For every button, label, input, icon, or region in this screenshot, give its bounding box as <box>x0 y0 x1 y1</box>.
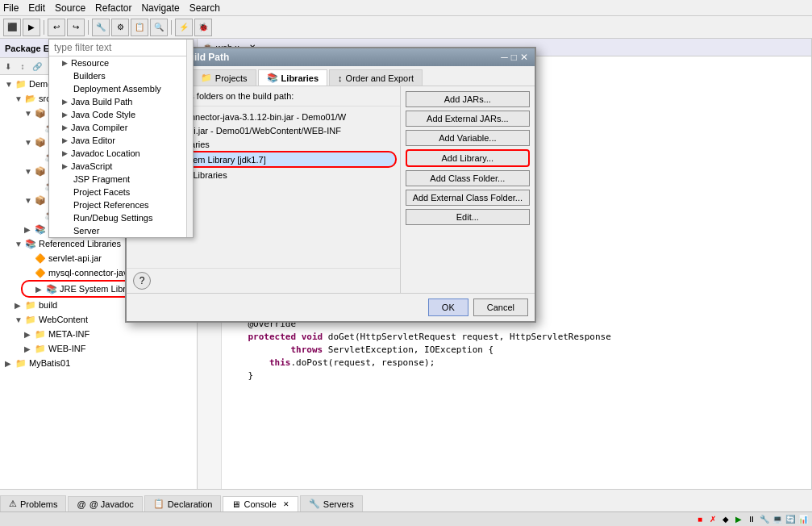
tree-arrow: ▼ <box>15 94 23 103</box>
dropdown-label: JavaScript <box>71 161 112 171</box>
action-btn-addlibrary...[interactable]: Add Library... <box>406 149 530 167</box>
dropdown-item-java-compiler[interactable]: ▶Java Compiler <box>49 121 193 134</box>
action-btn-addjars...[interactable]: Add JARs... <box>406 91 530 107</box>
dialog-tab-order-and-export[interactable]: ↕Order and Export <box>329 69 423 86</box>
toolbar-btn-5[interactable]: 🔧 <box>92 19 110 36</box>
status-stop-icon[interactable]: ✗ <box>707 514 718 525</box>
dropdown-item-jsp-fragment[interactable]: JSP Fragment <box>49 173 193 186</box>
status-debug-icon[interactable]: ◆ <box>720 514 731 525</box>
toolbar-btn-10[interactable]: 🐞 <box>194 19 212 36</box>
dropdown-item-project-references[interactable]: Project References <box>49 198 193 211</box>
toolbar-btn-1[interactable]: ⬛ <box>3 19 21 36</box>
bottom-tab-problems[interactable]: ⚠Problems <box>0 495 66 511</box>
help-button[interactable]: ? <box>133 272 151 290</box>
status-run-icon[interactable]: ▶ <box>733 514 744 525</box>
tab-label: Projects <box>215 73 248 83</box>
dialog-cancel-button[interactable]: Cancel <box>473 298 528 316</box>
bottom-tab-servers[interactable]: 🔧Servers <box>300 495 363 511</box>
explorer-icon-2[interactable]: ↕ <box>16 60 29 73</box>
bottom-tab-label: @ Javadoc <box>90 499 134 509</box>
dropdown-label: Java Compiler <box>71 123 127 132</box>
action-btn-addclassfolder...[interactable]: Add Class Folder... <box>406 170 530 186</box>
tree-arrow: ▶ <box>24 344 32 353</box>
dropdown-item-javascript[interactable]: ▶JavaScript <box>49 160 193 173</box>
toolbar-separator-2 <box>88 20 89 35</box>
dialog-minimize-btn[interactable]: ─ <box>501 52 508 63</box>
status-chart-icon[interactable]: 📊 <box>797 514 809 525</box>
dropdown-item-project-facets[interactable]: Project Facets <box>49 186 193 198</box>
status-suspend-icon[interactable]: ⏸ <box>746 514 757 525</box>
dropdown-item-resource[interactable]: ▶Resource <box>49 56 193 69</box>
tree-arrow: ▶ <box>15 301 23 310</box>
dropdown-label: Javadoc Location <box>71 148 140 158</box>
tree-icon: 📁 <box>34 328 47 340</box>
bottom-tab-console[interactable]: 🖥Console✕ <box>223 496 298 511</box>
tree-item-META-INF[interactable]: ▶ 📁 META-INF <box>2 327 195 341</box>
dropdown-menu: ▶ResourceBuildersDeployment Assembly▶Jav… <box>48 39 194 238</box>
menu-refactor[interactable]: Refactor <box>95 2 131 14</box>
dialog-action-buttons: Add JARs...Add External JARs...Add Varia… <box>400 86 535 293</box>
status-refresh-icon[interactable]: 🔄 <box>785 514 796 525</box>
action-btn-addvariable...[interactable]: Add Variable... <box>406 130 530 146</box>
action-btn-addexternalclassfolder...[interactable]: Add External Class Folder... <box>406 190 530 206</box>
action-btn-addexternaljars...[interactable]: Add External JARs... <box>406 111 530 127</box>
menu-navigate[interactable]: Navigate <box>141 2 179 14</box>
menu-source[interactable]: Source <box>55 2 85 14</box>
dialog-close-btn[interactable]: ✕ <box>520 52 528 63</box>
bottom-tab--javadoc[interactable]: @@ Javadoc <box>68 496 142 511</box>
bottom-tab-icon: @ <box>77 499 85 509</box>
tree-icon: 📦 <box>34 194 47 207</box>
toolbar-btn-6[interactable]: ⚙ <box>111 19 129 36</box>
tree-icon: 📁 <box>15 77 27 90</box>
action-btn-edit...[interactable]: Edit... <box>406 209 530 225</box>
dropdown-label: Java Editor <box>71 136 115 145</box>
dropdown-item-java-editor[interactable]: ▶Java Editor <box>49 134 193 147</box>
tree-label: servlet-api.jar <box>48 253 102 263</box>
dropdown-item-server[interactable]: Server <box>49 224 193 237</box>
dropdown-item-java-code-style[interactable]: ▶Java Code Style <box>49 108 193 121</box>
tree-arrow: ▼ <box>5 80 13 89</box>
bottom-tab-label: Console <box>244 499 276 509</box>
bottom-tab-label: Servers <box>323 499 354 509</box>
dropdown-item-builders[interactable]: Builders <box>49 69 193 82</box>
tree-arrow: ▶ <box>24 330 32 339</box>
toolbar-btn-2[interactable]: ▶ <box>23 19 40 36</box>
status-settings-icon[interactable]: 🔧 <box>759 514 770 525</box>
tree-label: MyBatis01 <box>29 358 70 368</box>
menu-search[interactable]: Search <box>189 2 220 14</box>
tree-icon: 📁 <box>24 298 37 311</box>
bottom-tab-label: Problems <box>20 499 57 509</box>
menu-file[interactable]: File <box>3 2 19 14</box>
tree-arrow: ▼ <box>24 196 32 205</box>
explorer-icon-3[interactable]: 🔗 <box>31 60 44 73</box>
tree-icon: 🔶 <box>34 252 47 265</box>
dialog-ok-button[interactable]: OK <box>428 298 468 316</box>
dialog-footer: OK Cancel <box>127 293 535 321</box>
bottom-tab-declaration[interactable]: 📋Declaration <box>144 495 222 511</box>
dropdown-search-input[interactable] <box>49 40 193 56</box>
dropdown-arrow: ▶ <box>62 136 68 144</box>
tree-arrow: ▼ <box>24 109 32 118</box>
dropdown-item-deployment-assembly[interactable]: Deployment Assembly <box>49 82 193 95</box>
tree-icon: 📁 <box>34 342 47 355</box>
bottom-bar: ⚠Problems@@ Javadoc📋Declaration🖥Console✕… <box>0 489 812 511</box>
toolbar-btn-3[interactable]: ↩ <box>48 19 65 36</box>
menu-edit[interactable]: Edit <box>28 2 45 14</box>
toolbar-btn-9[interactable]: ⚡ <box>175 19 193 36</box>
tree-icon: 📁 <box>15 357 27 369</box>
status-error-icon[interactable]: ■ <box>694 514 706 525</box>
tree-item-MyBatis01[interactable]: ▶ 📁 MyBatis01 <box>2 356 195 370</box>
dialog-maximize-btn[interactable]: □ <box>511 52 517 63</box>
dropdown-item-javadoc-location[interactable]: ▶Javadoc Location <box>49 147 193 160</box>
dropdown-label: Deployment Assembly <box>62 84 161 94</box>
dialog-tab-libraries[interactable]: 📚Libraries <box>258 69 327 86</box>
dialog-tab-projects[interactable]: 📁Projects <box>192 69 256 86</box>
toolbar-btn-8[interactable]: 🔍 <box>150 19 168 36</box>
dropdown-item-run/debug-settings[interactable]: Run/Debug Settings <box>49 211 193 224</box>
toolbar-btn-7[interactable]: 📋 <box>131 19 148 36</box>
status-monitor-icon[interactable]: 💻 <box>772 514 783 525</box>
explorer-icon-1[interactable]: ⬇ <box>2 60 15 73</box>
dropdown-item-java-build-path[interactable]: ▶Java Build Path <box>49 95 193 108</box>
toolbar-btn-4[interactable]: ↪ <box>67 19 85 36</box>
tree-item-WEB-INF[interactable]: ▶ 📁 WEB-INF <box>2 341 195 356</box>
